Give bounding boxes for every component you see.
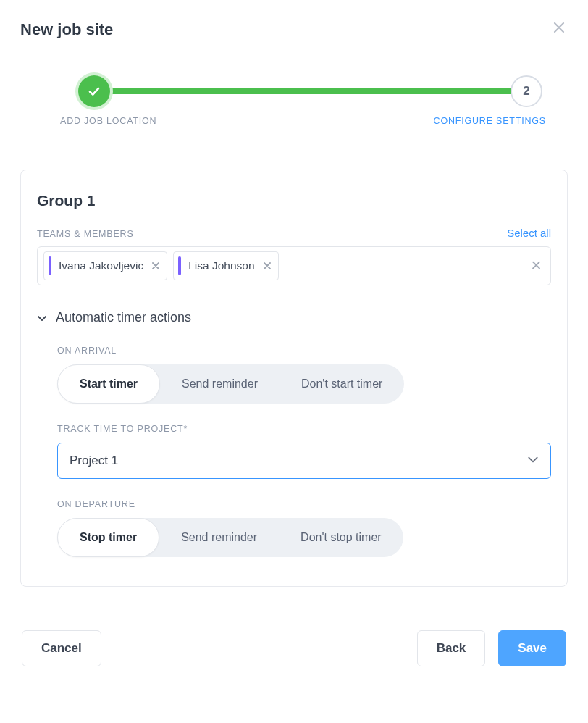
project-select[interactable]: Project 1 [57,443,551,479]
modal-title: New job site [20,20,113,39]
teams-members-header: TEAMS & MEMBERS Select all [37,227,551,239]
member-chip: Ivana Jakovljevic [43,251,167,280]
chevron-down-icon [527,454,539,468]
group-title: Group 1 [37,192,551,209]
arrival-option-send-reminder[interactable]: Send reminder [160,364,280,404]
step-2-circle: 2 [511,75,542,107]
clear-all-icon[interactable] [532,261,540,272]
step-label-add-location: ADD JOB LOCATION [60,116,156,126]
departure-option-stop-timer[interactable]: Stop timer [57,518,159,557]
check-icon [87,84,101,99]
automatic-timer-toggle[interactable]: Automatic timer actions [37,310,551,325]
save-button[interactable]: Save [498,630,566,666]
on-arrival-section: ON ARRIVAL Start timer Send reminder Don… [57,346,551,404]
arrival-option-start-timer[interactable]: Start timer [57,364,160,404]
step-labels: ADD JOB LOCATION CONFIGURE SETTINGS [60,116,546,126]
close-icon[interactable] [550,20,568,36]
departure-option-dont-stop[interactable]: Don't stop timer [279,518,403,557]
track-project-label: TRACK TIME TO PROJECT* [57,424,551,434]
step-line [109,88,512,94]
on-departure-section: ON DEPARTURE Stop timer Send reminder Do… [57,499,551,557]
project-select-value: Project 1 [70,454,118,468]
modal-header: New job site [20,20,568,39]
footer-right: Back Save [417,630,566,666]
automatic-timer-title: Automatic timer actions [56,310,191,325]
back-button[interactable]: Back [417,630,486,666]
cancel-button[interactable]: Cancel [22,630,101,666]
member-chip: Lisa Johnson [173,251,278,280]
arrival-option-dont-start[interactable]: Don't start timer [280,364,404,404]
remove-chip-icon[interactable] [152,261,159,272]
modal-footer: Cancel Back Save [20,630,568,666]
chip-color-bar [49,256,51,275]
new-job-site-modal: New job site 2 ADD JOB LOCATION CONFIGUR… [0,0,588,687]
chevron-down-icon [37,313,47,323]
departure-option-send-reminder[interactable]: Send reminder [159,518,279,557]
member-chip-name: Ivana Jakovljevic [59,259,143,272]
teams-members-input[interactable]: Ivana Jakovljevic Lisa Johnson [37,246,551,285]
on-departure-label: ON DEPARTURE [57,499,551,509]
remove-chip-icon[interactable] [264,261,271,272]
teams-members-label: TEAMS & MEMBERS [37,229,134,239]
stepper: 2 [78,75,542,107]
on-arrival-options: Start timer Send reminder Don't start ti… [57,364,404,404]
group-card: Group 1 TEAMS & MEMBERS Select all Ivana… [20,170,568,587]
member-chip-name: Lisa Johnson [188,259,254,272]
step-1-circle [78,75,110,107]
on-departure-options: Stop timer Send reminder Don't stop time… [57,518,403,557]
on-arrival-label: ON ARRIVAL [57,346,551,356]
track-project-section: TRACK TIME TO PROJECT* Project 1 [57,424,551,479]
step-label-configure-settings[interactable]: CONFIGURE SETTINGS [434,116,546,126]
select-all-link[interactable]: Select all [507,227,551,239]
chip-color-bar [178,256,181,275]
